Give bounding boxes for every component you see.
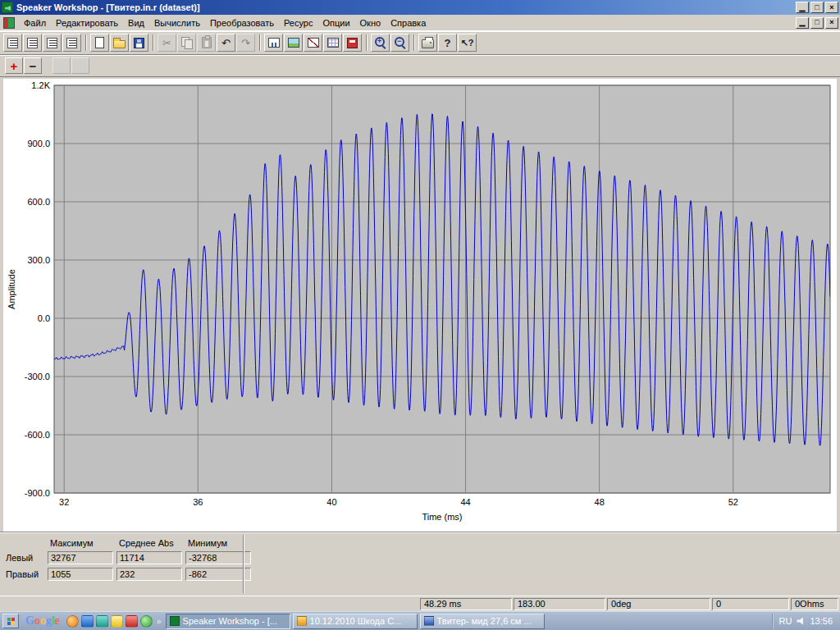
menu-resource[interactable]: Ресурс bbox=[279, 16, 317, 30]
main-toolbar: ✂ ↶ ↷ + − ? ↖? bbox=[0, 31, 840, 55]
edit-toolbar: + − bbox=[0, 55, 840, 77]
svg-text:40: 40 bbox=[326, 497, 336, 507]
svg-text:1.2K: 1.2K bbox=[31, 80, 50, 90]
stats-right-min: -862 bbox=[185, 568, 251, 581]
dataset-grid-button[interactable] bbox=[62, 34, 81, 52]
calculate-icon bbox=[347, 38, 358, 48]
remove-point-button[interactable]: − bbox=[24, 57, 42, 74]
svg-text:Time (ms): Time (ms) bbox=[422, 512, 462, 522]
add-icon: + bbox=[11, 59, 18, 73]
svg-text:32: 32 bbox=[59, 497, 69, 507]
line-chart-icon bbox=[308, 38, 319, 48]
blank-button-1[interactable] bbox=[52, 57, 71, 74]
line-chart-button[interactable] bbox=[304, 34, 322, 52]
dataset-grid-icon bbox=[66, 38, 77, 48]
dataset-window-icon[interactable] bbox=[3, 17, 15, 29]
chart-export-button[interactable] bbox=[264, 34, 283, 52]
menu-options[interactable]: Опции bbox=[317, 16, 354, 30]
titlebar[interactable]: Speaker Workshop - [Твитер.in.r (dataset… bbox=[0, 0, 840, 15]
status-time-field: 48.29 ms bbox=[420, 598, 512, 610]
quicklaunch-icon-6[interactable] bbox=[140, 615, 153, 628]
google-toolbar-logo[interactable]: Google bbox=[21, 614, 64, 628]
menu-help[interactable]: Справка bbox=[386, 16, 431, 30]
task-button-tweeter[interactable]: Твитер- мид 27,6 см ... bbox=[420, 614, 545, 629]
dataset-notes-button[interactable] bbox=[43, 34, 62, 52]
svg-text:-600.0: -600.0 bbox=[25, 430, 50, 440]
image-icon bbox=[288, 38, 299, 48]
cut-button[interactable]: ✂ bbox=[158, 34, 176, 52]
undo-button[interactable]: ↶ bbox=[217, 34, 235, 52]
grid-chart-icon bbox=[327, 38, 339, 48]
volume-icon[interactable] bbox=[797, 618, 805, 625]
app-window: Speaker Workshop - [Твитер.in.r (dataset… bbox=[0, 0, 840, 630]
zoom-out-button[interactable]: − bbox=[390, 34, 409, 52]
minimize-button[interactable]: ▁ bbox=[796, 2, 809, 13]
stats-panel: Максимум Среднее Abs Минимум Левый 32767… bbox=[0, 532, 840, 596]
desktop-toolbar-button[interactable] bbox=[2, 614, 19, 628]
add-point-button[interactable]: + bbox=[5, 57, 23, 74]
new-button[interactable] bbox=[90, 34, 109, 52]
paste-button[interactable] bbox=[197, 34, 216, 52]
zoom-out-icon: − bbox=[394, 36, 407, 49]
task-button-speaker-workshop[interactable]: Speaker Workshop - [... bbox=[166, 614, 290, 629]
system-tray: RU 13:56 bbox=[772, 614, 838, 629]
mdi-restore-button[interactable]: □ bbox=[810, 17, 824, 29]
redo-button[interactable]: ↷ bbox=[236, 34, 255, 52]
new-file-icon bbox=[95, 37, 104, 48]
calculate-button[interactable] bbox=[343, 34, 362, 52]
stats-left-max: 32767 bbox=[48, 551, 113, 564]
mdi-close-button[interactable]: × bbox=[825, 17, 838, 29]
menu-file[interactable]: Файл bbox=[19, 16, 51, 30]
open-button[interactable] bbox=[110, 34, 129, 52]
copy-button[interactable] bbox=[177, 34, 196, 52]
close-button[interactable]: × bbox=[825, 2, 838, 13]
status-deg-field: 0deg bbox=[607, 598, 710, 610]
chart-export-icon bbox=[268, 38, 280, 48]
toolbar-separator bbox=[85, 34, 87, 51]
task-button-document[interactable]: 10.12.2010 Шкода C... bbox=[293, 614, 418, 629]
chart-area: 1.2K900.0600.0300.00.0-300.0-600.0-900.0… bbox=[0, 77, 840, 532]
menu-transform[interactable]: Преобразовать bbox=[205, 16, 279, 30]
clock[interactable]: 13:56 bbox=[810, 616, 833, 626]
maximize-button[interactable]: □ bbox=[810, 2, 824, 13]
quicklaunch-icon-5[interactable] bbox=[126, 615, 138, 628]
blank-button-2[interactable] bbox=[71, 57, 89, 74]
menu-edit[interactable]: Редактировать bbox=[51, 16, 123, 30]
window-title: Speaker Workshop - [Твитер.in.r (dataset… bbox=[16, 2, 794, 12]
dataset-values-button[interactable] bbox=[3, 34, 22, 52]
menu-window[interactable]: Окно bbox=[355, 16, 386, 30]
status-ohms-field: 0Ohms bbox=[791, 598, 838, 610]
svg-text:900.0: 900.0 bbox=[27, 139, 50, 148]
save-button[interactable] bbox=[130, 34, 148, 52]
svg-text:600.0: 600.0 bbox=[27, 197, 50, 207]
image-button[interactable] bbox=[284, 34, 303, 52]
open-folder-icon bbox=[113, 40, 126, 48]
quicklaunch-overflow-chevron[interactable]: » bbox=[155, 617, 163, 626]
quicklaunch-icon-2[interactable] bbox=[81, 615, 94, 628]
grid-chart-button[interactable] bbox=[323, 34, 342, 52]
help-button[interactable]: ? bbox=[438, 34, 457, 52]
print-button[interactable] bbox=[418, 34, 437, 52]
menu-view[interactable]: Вид bbox=[123, 16, 149, 30]
quicklaunch-icon-3[interactable] bbox=[96, 615, 108, 628]
taskbar: Google » Speaker Workshop - [... 10.12.2… bbox=[0, 611, 840, 630]
context-help-button[interactable]: ↖? bbox=[458, 34, 477, 52]
quicklaunch-icon-4[interactable] bbox=[111, 615, 123, 628]
save-floppy-icon bbox=[134, 38, 144, 48]
svg-text:0.0: 0.0 bbox=[38, 313, 50, 323]
mdi-minimize-button[interactable]: ▁ bbox=[796, 17, 809, 29]
stats-left-min: -32768 bbox=[185, 551, 251, 564]
menu-calculate[interactable]: Вычислить bbox=[149, 16, 205, 30]
zoom-in-button[interactable]: + bbox=[371, 34, 390, 52]
svg-text:36: 36 bbox=[193, 497, 203, 507]
stats-row-label-right: Правый bbox=[5, 569, 44, 579]
language-indicator[interactable]: RU bbox=[779, 616, 792, 626]
quicklaunch-icon-1[interactable] bbox=[66, 615, 79, 628]
dataset-report-button[interactable] bbox=[23, 34, 42, 52]
status-value-field: 183.00 bbox=[514, 598, 605, 610]
svg-text:Amplitude: Amplitude bbox=[7, 269, 16, 309]
tweeter-task-icon bbox=[424, 616, 434, 626]
stats-divider bbox=[243, 535, 244, 593]
waveform-chart[interactable]: 1.2K900.0600.0300.00.0-300.0-600.0-900.0… bbox=[3, 79, 837, 532]
svg-text:52: 52 bbox=[728, 497, 738, 507]
